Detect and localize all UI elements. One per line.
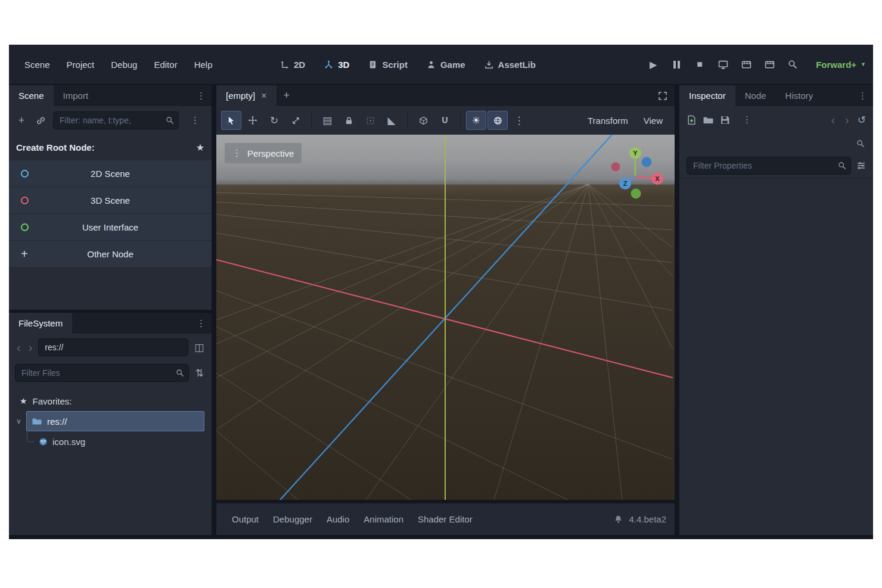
transform-menu[interactable]: Transform [580,116,635,126]
toggle-split-mode-button[interactable]: ◫ [192,341,206,354]
stop-button[interactable]: ■ [694,58,706,70]
create-user-interface-button[interactable]: User Interface [9,213,212,240]
open-documentation-button[interactable] [856,139,865,148]
sun-environment-menu-button[interactable]: ⋮ [509,111,529,130]
file-filter-input[interactable] [15,364,189,382]
viewport-toolbar: ↻ ▤ ◣ ☀ ⋮ Transform View [216,106,675,135]
switcher-3d[interactable]: 3D [324,60,349,70]
snap-object-button[interactable] [413,111,433,130]
tab-import[interactable]: Import [54,85,98,106]
create-other-node-button[interactable]: + Other Node [9,240,212,267]
remote-debug-button[interactable] [717,58,729,70]
tab-inspector[interactable]: Inspector [679,85,735,106]
group-node-button[interactable] [360,111,380,130]
switcher-2d[interactable]: 2D [280,60,305,70]
bottom-tab-audio[interactable]: Audio [319,514,356,524]
gizmo-neg-y[interactable] [631,189,641,199]
filesystem-tabs: FileSystem ⋮ [9,313,212,334]
use-snap-button[interactable] [434,111,455,130]
version-label[interactable]: 4.4.beta2 [629,514,666,524]
new-scene-tab-button[interactable]: + [277,85,297,106]
perspective-menu-button[interactable]: ⋮ Perspective [225,143,302,163]
new-resource-button[interactable] [687,115,697,125]
preview-sun-button[interactable]: ☀ [466,111,486,130]
load-resource-button[interactable] [703,115,713,125]
gizmo-neg-x[interactable] [611,163,620,172]
inspector-dock-menu-button[interactable]: ⋮ [852,85,873,106]
history-forward-button[interactable]: › [843,113,851,127]
lock-icon [344,116,353,125]
create-2d-scene-button[interactable]: 2D Scene [9,160,212,186]
renderer-select[interactable]: Forward+ ▼ [816,60,866,70]
switcher-assetlib[interactable]: AssetLib [485,60,536,70]
nav-back-button[interactable]: ‹ [15,341,23,354]
switcher-game[interactable]: Game [427,60,465,70]
bottom-tab-shader-editor[interactable]: Shader Editor [411,514,480,524]
property-tools-button[interactable] [856,161,866,170]
favorites-label: Favorites: [33,396,72,406]
bottom-tab-animation[interactable]: Animation [356,514,411,524]
viewport-3d-canvas: Y X Z [216,135,675,500]
tree-item-res-root[interactable]: res:// [26,411,204,431]
scene-dock-menu-button[interactable]: ⋮ [191,85,212,106]
property-filter-input[interactable] [687,157,851,175]
nav-forward-button[interactable]: › [27,341,35,354]
select-tool-button[interactable] [221,111,241,130]
move-tool-button[interactable] [243,111,263,130]
cursor-icon [227,116,236,125]
history-list-button[interactable]: ↺ [858,114,866,126]
group-icon [366,116,375,125]
play-button[interactable]: ▶ [647,58,659,70]
save-resource-button[interactable] [720,115,730,125]
scene-tab-empty[interactable]: [empty] × [216,85,277,106]
lock-node-button[interactable] [338,111,359,130]
create-3d-scene-button[interactable]: 3D Scene [9,186,212,213]
center-dock: [empty] × + ↻ ▤ ◣ ☀ ⋮ Transform [216,85,675,535]
scale-tool-button[interactable] [285,111,306,130]
filesystem-menu-button[interactable]: ⋮ [191,313,212,334]
close-icon[interactable]: × [261,91,266,101]
preview-environment-button[interactable] [487,111,508,130]
menu-project[interactable]: Project [58,60,103,70]
property-filter-wrap [687,157,851,175]
menu-debug[interactable]: Debug [103,60,145,70]
tree-row[interactable]: icon.svg [9,433,212,450]
menu-editor[interactable]: Editor [145,60,185,70]
current-path-field[interactable] [38,338,188,356]
switcher-script[interactable]: Script [368,60,408,70]
triangle-ruler-icon: ◣ [387,114,395,127]
rotate-tool-button[interactable]: ↻ [264,111,284,130]
add-node-button[interactable]: + [15,114,28,127]
scene-tree-menu-button[interactable]: ⋮ [185,115,206,126]
collapse-caret-icon[interactable]: ∨ [16,417,26,425]
viewport-3d[interactable]: Y X Z ⋮ Perspective [216,135,675,500]
tab-node[interactable]: Node [735,85,776,106]
ruler-mode-button[interactable]: ◣ [381,111,402,130]
gizmo-neg-z[interactable] [642,157,652,167]
view-menu[interactable]: View [636,116,670,126]
sort-files-button[interactable]: ⇅ [194,367,206,379]
star-icon[interactable]: ★ [196,142,204,153]
run-current-scene-button[interactable] [740,58,752,70]
history-back-button[interactable]: ‹ [829,113,837,127]
bottom-tab-output[interactable]: Output [225,514,266,524]
axis-gizmo[interactable]: Y X Z [611,147,664,199]
instance-scene-button[interactable] [34,114,47,127]
magnet-icon [440,116,449,125]
scene-filter-input[interactable] [53,111,179,129]
expand-viewport-button[interactable] [651,85,675,106]
tab-scene[interactable]: Scene [9,85,54,106]
tab-history[interactable]: History [776,85,823,106]
tree-row: ∨ res:// [9,410,212,433]
run-specific-scene-button[interactable] [763,58,775,70]
sun-icon: ☀ [471,114,480,127]
list-select-button[interactable]: ▤ [317,111,337,130]
notifications-bell-button[interactable] [614,515,623,524]
pause-button[interactable] [670,58,682,70]
movie-maker-button[interactable] [787,58,799,70]
menu-help[interactable]: Help [186,60,221,70]
bottom-tab-debugger[interactable]: Debugger [266,514,319,524]
menu-scene[interactable]: Scene [16,60,58,70]
resource-menu-button[interactable]: ⋮ [737,114,757,125]
tab-filesystem[interactable]: FileSystem [9,313,72,334]
